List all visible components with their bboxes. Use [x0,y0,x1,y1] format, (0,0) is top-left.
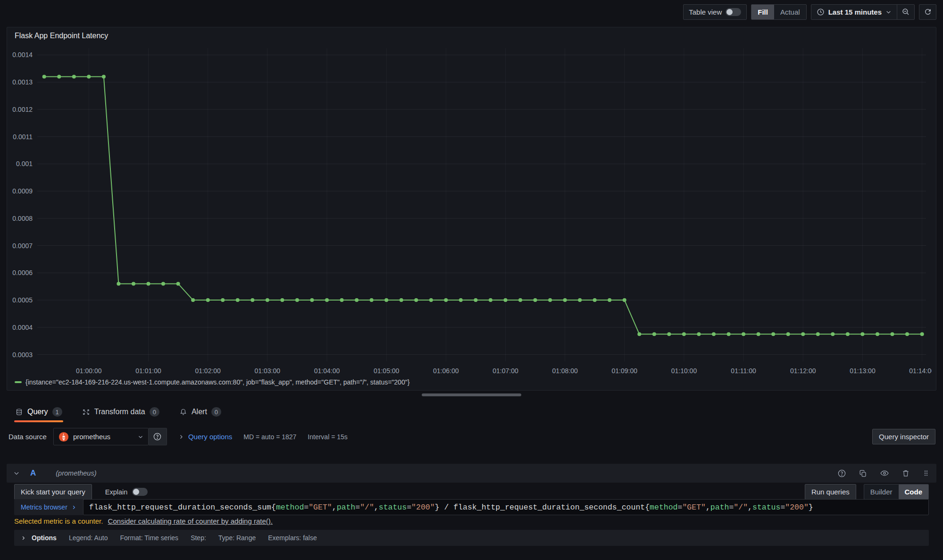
svg-text:01:13:00: 01:13:00 [850,367,876,375]
query-expression[interactable]: flask_http_request_duration_seconds_sum{… [83,499,929,515]
options-toggle[interactable]: Options [21,534,57,542]
max-data-points-text: MD = auto = 1827 [243,433,296,441]
query-datasource-hint: (prometheus) [56,469,96,477]
datasource-selected: prometheus [73,433,134,441]
transform-icon [82,408,90,416]
fill-button[interactable]: Fill [751,5,774,19]
display-mode-segment: Fill Actual [751,4,806,20]
metrics-browser-label: Metrics browser [21,503,67,511]
query-editor-toolbar: Kick start your query Explain Run querie… [14,484,929,500]
hide-response-eye-icon[interactable] [880,468,889,478]
svg-text:0.0005: 0.0005 [12,296,33,304]
latency-panel: Flask App Endpoint Latency 0.00030.00040… [7,27,936,391]
time-range-control: Last 15 minutes [811,4,915,20]
svg-text:01:10:00: 01:10:00 [671,367,697,375]
warning-rate-link[interactable]: Consider calculating rate of counter by … [108,517,273,525]
bell-icon [179,408,187,416]
svg-text:01:09:00: 01:09:00 [612,367,638,375]
interval-text: Interval = 15s [308,433,347,441]
explain-toggle[interactable] [132,488,148,496]
tab-alert-badge: 0 [211,407,221,417]
editor-tabs: Query 1 Transform data 0 Alert 0 [0,401,943,422]
svg-text:01:06:00: 01:06:00 [433,367,459,375]
chevron-right-icon [178,434,184,440]
svg-text:01:14:00: 01:14:00 [909,367,932,375]
svg-text:0.0006: 0.0006 [12,269,33,276]
tab-query-label: Query [27,408,48,416]
drag-handle-icon[interactable] [922,469,930,477]
legend-item[interactable]: {instance="ec2-184-169-216-224.us-west-1… [15,378,409,386]
chevron-right-icon [21,535,26,541]
query-options-toggle[interactable]: Query options [178,433,232,441]
pane-resize-handle[interactable] [422,393,521,396]
database-icon [15,408,23,416]
panel-editor-toolbar: Table view Fill Actual Last 15 minutes [0,0,943,24]
zoom-out-button[interactable] [897,5,914,19]
warning-text: Selected metric is a counter. [14,517,103,525]
svg-text:01:01:00: 01:01:00 [135,367,161,375]
query-options-bar: Options Legend: Auto Format: Time series… [14,530,929,546]
tab-transform-badge: 0 [150,407,159,417]
duplicate-query-icon[interactable] [859,469,868,478]
metrics-browser-toggle[interactable]: Metrics browser [14,499,83,515]
option-type: Type: Range [218,534,256,542]
chevron-right-icon [71,505,76,510]
toggle-knob [726,9,733,15]
datasource-help-button[interactable] [149,428,167,445]
latency-chart-svg[interactable]: 0.00030.00040.00050.00060.00070.00080.00… [11,42,932,377]
run-queries-button[interactable]: Run queries [805,484,856,500]
panel-title: Flask App Endpoint Latency [15,32,108,40]
svg-text:0.0004: 0.0004 [12,324,33,331]
svg-text:0.0012: 0.0012 [12,106,33,113]
svg-text:01:03:00: 01:03:00 [255,367,281,375]
option-format: Format: Time series [120,534,178,542]
svg-text:01:00:00: 01:00:00 [76,367,102,375]
query-inspector-button[interactable]: Query inspector [872,429,935,444]
prometheus-icon [58,432,69,442]
svg-text:01:08:00: 01:08:00 [552,367,578,375]
query-options-label: Query options [188,433,232,441]
explain-label: Explain [105,488,128,496]
svg-text:0.001: 0.001 [16,160,33,167]
time-range-picker[interactable]: Last 15 minutes [811,5,897,19]
svg-text:01:04:00: 01:04:00 [314,367,340,375]
table-view-toggle[interactable] [726,8,741,16]
tab-alert[interactable]: Alert 0 [178,401,222,422]
svg-text:0.0011: 0.0011 [13,133,33,141]
code-button[interactable]: Code [899,485,929,499]
svg-text:01:07:00: 01:07:00 [492,367,518,375]
datasource-picker[interactable]: prometheus [53,428,149,445]
toggle-knob [133,489,139,495]
refresh-button[interactable] [919,4,936,20]
svg-text:0.0014: 0.0014 [12,51,33,59]
legend-swatch [15,381,22,383]
delete-query-trash-icon[interactable] [901,469,910,477]
options-label: Options [32,534,57,542]
query-row-actions [837,468,930,478]
svg-text:0.0009: 0.0009 [12,187,33,195]
counter-warning: Selected metric is a counter. Consider c… [14,517,929,527]
expression-row: Metrics browser flask_http_request_durat… [14,499,929,515]
actual-button[interactable]: Actual [774,5,806,19]
tab-query[interactable]: Query 1 [14,401,63,422]
query-help-icon[interactable] [837,469,846,478]
table-view-control: Table view [683,4,747,20]
datasource-label: Data source [8,433,47,441]
kick-start-query-button[interactable]: Kick start your query [14,484,92,500]
tab-transform-data[interactable]: Transform data 0 [81,401,160,422]
query-row-header[interactable]: A (prometheus) [7,464,936,483]
svg-text:01:11:00: 01:11:00 [731,367,756,375]
svg-text:0.0007: 0.0007 [12,242,33,250]
tab-query-badge: 1 [52,407,62,417]
legend-label: {instance="ec2-184-169-216-224.us-west-1… [25,378,409,386]
builder-button[interactable]: Builder [864,485,899,499]
collapse-chevron-icon[interactable] [13,470,20,476]
table-view-label: Table view [689,8,722,16]
svg-text:01:02:00: 01:02:00 [195,367,221,375]
option-step: Step: [191,534,206,542]
refresh-icon [924,8,932,16]
svg-text:01:12:00: 01:12:00 [790,367,816,375]
clock-icon [817,8,825,16]
chevron-down-icon [885,9,892,15]
builder-code-segment: Builder Code [864,484,929,500]
